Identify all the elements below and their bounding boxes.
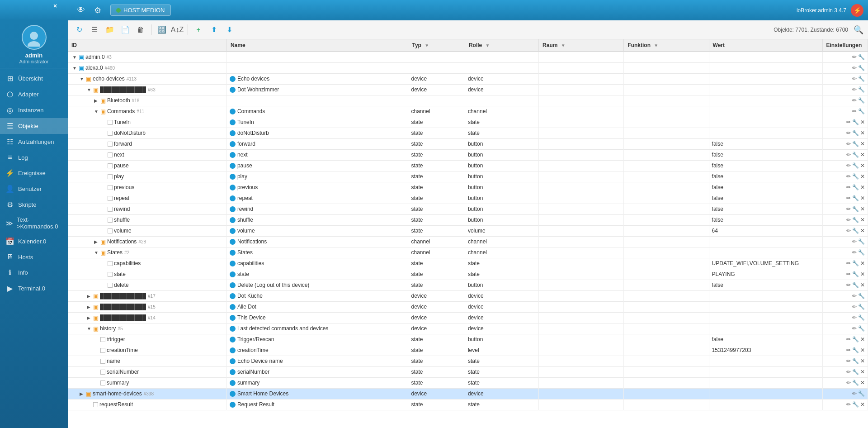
sidebar-item-ereignisse[interactable]: ⚡ Ereignisse: [0, 165, 68, 181]
table-row[interactable]: ▶▣smart-home-devices#338Smart Home Devic…: [68, 388, 868, 399]
table-row[interactable]: ▶▣████████████#15Alle Dotdevicedevice ✏ …: [68, 301, 868, 312]
edit-icon[interactable]: ✏: [852, 97, 857, 104]
table-row[interactable]: ▼▣history#5Last detected commands and de…: [68, 323, 868, 334]
wrench-icon[interactable]: 🔧: [852, 152, 859, 158]
refresh-button[interactable]: ↻: [72, 24, 86, 36]
wrench-icon[interactable]: 🔧: [852, 347, 859, 353]
table-row[interactable]: previouspreviousstatebuttonfalse ✏ 🔧 ✕: [68, 182, 868, 193]
download-button[interactable]: ⬇: [222, 24, 236, 36]
wrench-icon[interactable]: 🔧: [852, 380, 859, 386]
delete-row-icon[interactable]: ✕: [860, 228, 865, 234]
wrench-icon[interactable]: 🔧: [858, 304, 865, 310]
sidebar-item-text-kommandos[interactable]: ≫ Text->Kommandos.0: [0, 213, 68, 233]
edit-icon[interactable]: ✏: [846, 195, 851, 201]
table-row[interactable]: volumevolumestatevolume64 ✏ 🔧 ✕: [68, 225, 868, 236]
folder-button[interactable]: 📁: [103, 24, 117, 36]
wrench-icon[interactable]: 🔧: [858, 97, 865, 104]
table-row[interactable]: ▶▣████████████#14This Devicedevicedevice…: [68, 312, 868, 323]
table-row[interactable]: ▼▣echo-devices#113Echo devicesdevicedevi…: [68, 73, 868, 84]
delete-row-icon[interactable]: ✕: [860, 217, 865, 223]
wrench-icon[interactable]: 🔧: [852, 228, 859, 234]
wrench-icon[interactable]: 🔧: [858, 238, 865, 245]
table-row[interactable]: rewindrewindstatebuttonfalse ✏ 🔧 ✕: [68, 204, 868, 214]
delete-row-icon[interactable]: ✕: [860, 347, 865, 353]
delete-row-icon[interactable]: ✕: [860, 152, 865, 158]
settings-icon[interactable]: ⚙: [94, 5, 101, 15]
edit-icon[interactable]: ✏: [852, 54, 857, 60]
filter-button[interactable]: 🔠: [155, 24, 169, 36]
edit-icon[interactable]: ✏: [852, 314, 857, 321]
file-button[interactable]: 📄: [118, 24, 132, 36]
col-header-typ[interactable]: Typ ▼: [408, 39, 465, 52]
table-row[interactable]: ▶▣████████████#17Dot Küchedevicedevice ✏…: [68, 290, 868, 301]
col-header-funktion[interactable]: Funktion ▼: [624, 39, 709, 52]
table-row[interactable]: deleteDelete (Log out of this device)sta…: [68, 280, 868, 290]
delete-row-icon[interactable]: ✕: [860, 271, 865, 277]
table-row[interactable]: doNotDisturbdoNotDisturbstatestate ✏ 🔧 ✕: [68, 128, 868, 138]
delete-row-icon[interactable]: ✕: [860, 119, 865, 125]
upload-button[interactable]: ⬆: [207, 24, 221, 36]
sidebar-item-aufzahlungen[interactable]: ☷ Aufzählungen: [0, 134, 68, 150]
wrench-icon[interactable]: 🔧: [858, 314, 865, 321]
delete-row-icon[interactable]: ✕: [860, 358, 865, 364]
edit-icon[interactable]: ✏: [846, 271, 851, 277]
edit-icon[interactable]: ✏: [846, 380, 851, 386]
table-row[interactable]: ▼▣Commands#11Commandschannelchannel ✏ 🔧: [68, 106, 868, 117]
sidebar-item-skripte[interactable]: ⚙ Skripte: [0, 197, 68, 213]
wrench-icon[interactable]: 🔧: [852, 119, 859, 125]
delete-row-icon[interactable]: ✕: [860, 260, 865, 266]
table-row[interactable]: serialNumberserialNumberstatestate ✏ 🔧 ✕: [68, 366, 868, 377]
edit-icon[interactable]: ✏: [846, 369, 851, 375]
edit-icon[interactable]: ✏: [846, 260, 851, 266]
sort-button[interactable]: A↕Z: [170, 24, 184, 36]
wrench-icon[interactable]: 🔧: [852, 260, 859, 266]
delete-row-icon[interactable]: ✕: [860, 369, 865, 375]
wrench-icon[interactable]: 🔧: [852, 401, 859, 408]
table-row[interactable]: summarysummarystatestate ✏ 🔧 ✕: [68, 377, 868, 388]
edit-icon[interactable]: ✏: [846, 130, 851, 136]
table-row[interactable]: shuffleshufflestatebuttonfalse ✏ 🔧 ✕: [68, 214, 868, 225]
table-row[interactable]: pausepausestatebuttonfalse ✏ 🔧 ✕: [68, 160, 868, 171]
edit-icon[interactable]: ✏: [846, 152, 851, 158]
wrench-icon[interactable]: 🔧: [858, 108, 865, 114]
host-button[interactable]: HOST MEDION: [110, 5, 171, 16]
edit-icon[interactable]: ✏: [846, 184, 851, 190]
edit-icon[interactable]: ✏: [852, 238, 857, 245]
close-button[interactable]: ×: [53, 2, 57, 10]
wrench-icon[interactable]: 🔧: [858, 86, 865, 93]
edit-icon[interactable]: ✏: [852, 390, 857, 397]
table-row[interactable]: requestResultRequest Resultstatestate ✏ …: [68, 399, 868, 410]
col-header-wert[interactable]: Wert: [709, 39, 822, 52]
wrench-icon[interactable]: 🔧: [852, 141, 859, 147]
edit-icon[interactable]: ✏: [852, 325, 857, 332]
edit-icon[interactable]: ✏: [846, 358, 851, 364]
table-row[interactable]: playplaystatebuttonfalse ✏ 🔧 ✕: [68, 171, 868, 182]
sidebar-item-instanzen[interactable]: ◎ Instanzen: [0, 102, 68, 118]
edit-icon[interactable]: ✏: [846, 228, 851, 234]
table-row[interactable]: nextnextstatebuttonfalse ✏ 🔧 ✕: [68, 149, 868, 160]
col-header-name[interactable]: Name: [226, 39, 408, 52]
wrench-icon[interactable]: 🔧: [858, 54, 865, 60]
edit-icon[interactable]: ✏: [846, 401, 851, 408]
sidebar-item-ubersicht[interactable]: ⊞ Übersicht: [0, 71, 68, 86]
search-icon[interactable]: 🔍: [854, 25, 863, 35]
table-row[interactable]: #triggerTrigger/Rescanstatebuttonfalse ✏…: [68, 334, 868, 345]
wrench-icon[interactable]: 🔧: [852, 173, 859, 180]
table-row[interactable]: capabilitiescapabilitiesstatestateUPDATE…: [68, 258, 868, 269]
table-row[interactable]: TuneInTuneInstatestate ✏ 🔧 ✕: [68, 117, 868, 128]
table-row[interactable]: ▶▣Notifications#28Notificationschannelch…: [68, 236, 868, 247]
wrench-icon[interactable]: 🔧: [858, 65, 865, 71]
sidebar-item-info[interactable]: ℹ Info: [0, 265, 68, 281]
wrench-icon[interactable]: 🔧: [858, 325, 865, 332]
wrench-icon[interactable]: 🔧: [852, 130, 859, 136]
table-row[interactable]: creationTimecreationTimestatelevel153124…: [68, 345, 868, 356]
delete-row-icon[interactable]: ✕: [860, 141, 865, 147]
list-button[interactable]: ☰: [88, 24, 101, 36]
sidebar-item-adapter[interactable]: ⬡ Adapter: [0, 86, 68, 102]
wrench-icon[interactable]: 🔧: [852, 271, 859, 277]
col-header-id[interactable]: ID: [68, 39, 226, 52]
delete-row-icon[interactable]: ✕: [860, 130, 865, 136]
edit-icon[interactable]: ✏: [852, 108, 857, 114]
sidebar-item-kalender[interactable]: 📅 Kalender.0: [0, 233, 68, 249]
edit-icon[interactable]: ✏: [846, 162, 851, 169]
